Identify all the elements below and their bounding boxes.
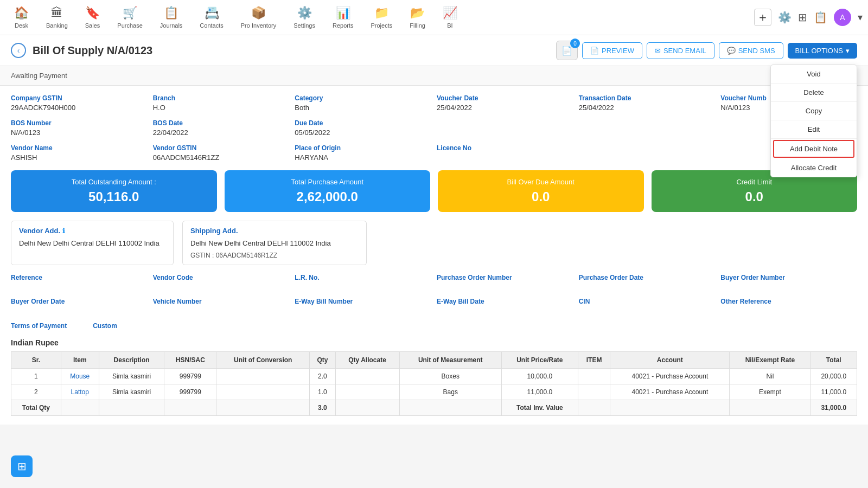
table-header-cell: Account xyxy=(610,351,730,368)
table-header-cell: Unit of Conversion xyxy=(216,351,310,368)
branch-value: H.O xyxy=(153,104,290,112)
dropdown-edit[interactable]: Edit xyxy=(771,120,857,139)
ref-field2-1: Vehicle Number xyxy=(153,298,290,316)
credit-limit-value: 0.0 xyxy=(661,189,848,204)
preview-button[interactable]: 📄PREVIEW xyxy=(582,42,642,59)
chevron-down-icon[interactable]: ▾ xyxy=(858,11,863,23)
nav-item-banking[interactable]: 🏛Banking xyxy=(37,0,76,35)
table-total-cell xyxy=(61,400,99,415)
ref-field-1: Vendor Code xyxy=(153,274,290,292)
nav-item-bi[interactable]: 📈BI xyxy=(434,0,466,35)
ref-fields-row1: ReferenceVendor CodeL.R. No.Purchase Ord… xyxy=(11,274,857,292)
place-of-origin-value: HARYANA xyxy=(295,153,431,162)
table-header-cell: Description xyxy=(99,351,164,368)
company-gstin-value: 29AADCK7940H000 xyxy=(11,104,148,112)
nav-label-bi: BI xyxy=(447,22,452,29)
ref-field-4: Purchase Order Date xyxy=(579,274,716,292)
nav-item-filling[interactable]: 📂Filling xyxy=(401,0,434,35)
ref-field-5: Buyer Order Number xyxy=(720,274,857,292)
notify-button[interactable]: 📄 0 xyxy=(556,41,578,60)
table-total-cell: 31,000.0 xyxy=(810,400,857,415)
nav-item-sales[interactable]: 🔖Sales xyxy=(76,0,109,35)
send-email-button[interactable]: ✉SEND EMAIL xyxy=(647,42,714,59)
dropdown-void[interactable]: Void xyxy=(771,65,857,84)
dropdown-delete[interactable]: Delete xyxy=(771,84,857,102)
grid-icon[interactable]: ⊞ xyxy=(798,11,807,24)
nav-icon-settings: ⚙️ xyxy=(297,6,312,20)
ref-field2-0: Buyer Order Date xyxy=(11,298,148,316)
nav-item-pro_inventory[interactable]: 📦Pro Inventory xyxy=(232,0,285,35)
nav-item-journals[interactable]: 📋Journals xyxy=(151,0,192,35)
terms-row: Terms of Payment Custom xyxy=(11,322,857,330)
back-button[interactable]: ‹ xyxy=(11,43,26,58)
table-header-cell: Qty xyxy=(310,351,335,368)
table-total-cell xyxy=(399,400,501,415)
due-date-label: Due Date xyxy=(295,119,431,127)
bos-date-label: BOS Date xyxy=(153,119,290,127)
nav-item-desk[interactable]: 🏠Desk xyxy=(5,0,37,35)
metrics-row: Total Outstanding Amount : 50,116.0 Tota… xyxy=(11,170,857,212)
table-header-cell: ITEM xyxy=(578,351,610,368)
ref-field2-4: CIN xyxy=(579,298,716,316)
header-actions: 📄 0 📄PREVIEW ✉SEND EMAIL 💬SEND SMS BILL … xyxy=(556,41,857,60)
table-total-cell xyxy=(99,400,164,415)
nav-label-pro_inventory: Pro Inventory xyxy=(241,22,276,29)
vendor-name-value: ASHISH xyxy=(11,153,148,162)
licence-no-field: Licence No xyxy=(437,144,573,162)
vendor-gstin-value: 06AADCM5146R1ZZ xyxy=(153,153,290,162)
ref-field2-2: E-Way Bill Number xyxy=(295,298,431,316)
place-of-origin-field: Place of Origin HARYANA xyxy=(295,144,431,162)
company-gstin-label: Company GSTIN xyxy=(11,94,148,102)
total-outstanding-value: 50,116.0 xyxy=(21,189,207,204)
table-cell: 1.0 xyxy=(310,384,335,400)
bos-date-value: 22/04/2022 xyxy=(153,129,290,137)
currency-label: Indian Rupee xyxy=(11,338,857,347)
nav-item-settings[interactable]: ⚙️Settings xyxy=(285,0,324,35)
clipboard-icon[interactable]: 📋 xyxy=(814,11,827,24)
shipping-addr-title[interactable]: Shipping Add. xyxy=(190,227,359,235)
nav-label-settings: Settings xyxy=(293,22,315,29)
dropdown-add-debit-note[interactable]: Add Debit Note xyxy=(773,140,854,158)
notify-badge: 0 xyxy=(570,38,580,48)
send-sms-button[interactable]: 💬SEND SMS xyxy=(719,42,783,59)
table-cell: 11,000.0 xyxy=(501,384,578,400)
nav-item-purchase[interactable]: 🛒Purchase xyxy=(108,0,151,35)
table-cell xyxy=(216,368,310,384)
table-cell: Exempt xyxy=(730,384,810,400)
nav-item-projects[interactable]: 📁Projects xyxy=(362,0,401,35)
vendor-name-field: Vendor Name ASHISH xyxy=(11,144,148,162)
add-icon[interactable]: ＋ xyxy=(754,9,771,26)
total-purchase-value: 2,62,000.0 xyxy=(234,189,421,204)
vendor-name-label: Vendor Name xyxy=(11,144,148,152)
table-total-cell xyxy=(164,400,216,415)
licence-no-label: Licence No xyxy=(437,144,573,152)
category-field: Category Both xyxy=(295,94,431,112)
avatar[interactable]: A xyxy=(834,9,851,26)
voucher-date-label: Voucher Date xyxy=(437,94,573,102)
vendor-addr-title[interactable]: Vendor Add. ℹ xyxy=(19,227,165,235)
due-date-field: Due Date 05/05/2022 xyxy=(295,119,431,137)
nav-item-reports[interactable]: 📊Reports xyxy=(324,0,362,35)
bill-options-button[interactable]: BILL OPTIONS ▾ Void Delete Copy Edit Add… xyxy=(788,43,857,59)
dropdown-allocate-credit[interactable]: Allocate Credit xyxy=(771,159,857,177)
table-cell[interactable]: Lattop xyxy=(61,384,99,400)
table-total-cell: Total Inv. Value xyxy=(501,400,578,415)
settings-icon[interactable]: ⚙️ xyxy=(778,11,792,24)
table-cell: Nil xyxy=(730,368,810,384)
table-cell[interactable]: Mouse xyxy=(61,368,99,384)
nav-icon-desk: 🏠 xyxy=(14,6,29,20)
table-total-cell: Total Qty xyxy=(11,400,61,415)
info-grid-row1: Company GSTIN 29AADCK7940H000 Branch H.O… xyxy=(11,94,857,112)
table-cell xyxy=(335,384,399,400)
category-label: Category xyxy=(295,94,431,102)
bos-number-field: BOS Number N/A/0123 xyxy=(11,119,148,137)
table-cell: 2 xyxy=(11,384,61,400)
total-outstanding-card: Total Outstanding Amount : 50,116.0 xyxy=(11,170,217,212)
table-header-cell: HSN/SAC xyxy=(164,351,216,368)
table-cell: 10,000.0 xyxy=(501,368,578,384)
dropdown-copy[interactable]: Copy xyxy=(771,102,857,120)
info-icon: ℹ xyxy=(62,227,65,235)
custom-field: Custom xyxy=(93,322,122,330)
nav-item-contacts[interactable]: 📇Contacts xyxy=(191,0,232,35)
nav-icon-reports: 📊 xyxy=(336,6,350,20)
